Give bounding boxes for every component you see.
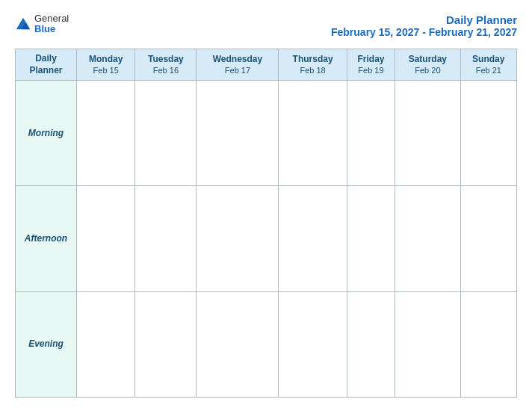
day-date-sunday: Feb 21 xyxy=(463,65,514,75)
cell-afternoon-saturday[interactable] xyxy=(395,186,460,291)
cell-afternoon-sunday[interactable] xyxy=(460,186,516,291)
cell-evening-thursday[interactable] xyxy=(279,291,347,397)
logo: General Blue xyxy=(15,13,69,35)
header-col-label: Daily Planner xyxy=(16,49,77,81)
cell-evening-sunday[interactable] xyxy=(460,291,516,397)
day-date-friday: Feb 19 xyxy=(350,65,392,75)
cell-morning-saturday[interactable] xyxy=(395,81,460,186)
day-date-wednesday: Feb 17 xyxy=(199,65,276,75)
cell-afternoon-thursday[interactable] xyxy=(279,186,347,291)
table-row-evening: Evening xyxy=(16,291,517,397)
cell-morning-friday[interactable] xyxy=(347,81,395,186)
logo-icon xyxy=(15,16,31,32)
day-name-tuesday: Tuesday xyxy=(137,54,194,66)
cell-evening-tuesday[interactable] xyxy=(135,291,197,397)
day-date-tuesday: Feb 16 xyxy=(137,65,194,75)
row-label-morning: Morning xyxy=(16,81,77,186)
header-monday: Monday Feb 15 xyxy=(77,49,135,81)
day-name-friday: Friday xyxy=(350,54,392,66)
header-title: Daily Planner xyxy=(331,13,517,26)
cell-morning-sunday[interactable] xyxy=(460,81,516,186)
table-row-afternoon: Afternoon xyxy=(16,186,517,291)
header-dates: February 15, 2027 - February 21, 2027 xyxy=(331,26,517,38)
day-name-saturday: Saturday xyxy=(398,54,457,66)
page-header: General Blue Daily Planner February 15, … xyxy=(15,13,517,38)
cell-evening-saturday[interactable] xyxy=(395,291,460,397)
cell-afternoon-tuesday[interactable] xyxy=(135,186,197,291)
header-right: Daily Planner February 15, 2027 - Februa… xyxy=(331,13,517,38)
header-tuesday: Tuesday Feb 16 xyxy=(135,49,197,81)
cell-morning-tuesday[interactable] xyxy=(135,81,197,186)
logo-blue: Blue xyxy=(34,24,69,34)
day-name-monday: Monday xyxy=(79,54,132,66)
cell-morning-wednesday[interactable] xyxy=(197,81,279,186)
cell-evening-wednesday[interactable] xyxy=(197,291,279,397)
row-label-afternoon: Afternoon xyxy=(16,186,77,291)
header-saturday: Saturday Feb 20 xyxy=(395,49,460,81)
cell-morning-thursday[interactable] xyxy=(279,81,347,186)
cell-morning-monday[interactable] xyxy=(77,81,135,186)
day-date-saturday: Feb 20 xyxy=(398,65,457,75)
cell-evening-monday[interactable] xyxy=(77,291,135,397)
day-date-thursday: Feb 18 xyxy=(281,65,344,75)
header-col-line2: Planner xyxy=(29,65,62,75)
logo-general: General xyxy=(34,13,69,24)
day-name-wednesday: Wednesday xyxy=(199,54,276,66)
planner-table: Daily Planner Monday Feb 15 Tuesday Feb … xyxy=(15,49,517,398)
header-sunday: Sunday Feb 21 xyxy=(460,49,516,81)
day-name-thursday: Thursday xyxy=(281,54,344,66)
header-thursday: Thursday Feb 18 xyxy=(279,49,347,81)
day-date-monday: Feb 15 xyxy=(79,65,132,75)
row-label-evening: Evening xyxy=(16,291,77,397)
logo-text: General Blue xyxy=(34,13,69,35)
table-row-morning: Morning xyxy=(16,81,517,186)
cell-afternoon-monday[interactable] xyxy=(77,186,135,291)
cell-afternoon-friday[interactable] xyxy=(347,186,395,291)
table-header-row: Daily Planner Monday Feb 15 Tuesday Feb … xyxy=(16,49,517,81)
cell-afternoon-wednesday[interactable] xyxy=(197,186,279,291)
header-col-line1: Daily xyxy=(35,53,57,64)
header-friday: Friday Feb 19 xyxy=(347,49,395,81)
header-wednesday: Wednesday Feb 17 xyxy=(197,49,279,81)
day-name-sunday: Sunday xyxy=(463,54,514,66)
cell-evening-friday[interactable] xyxy=(347,291,395,397)
